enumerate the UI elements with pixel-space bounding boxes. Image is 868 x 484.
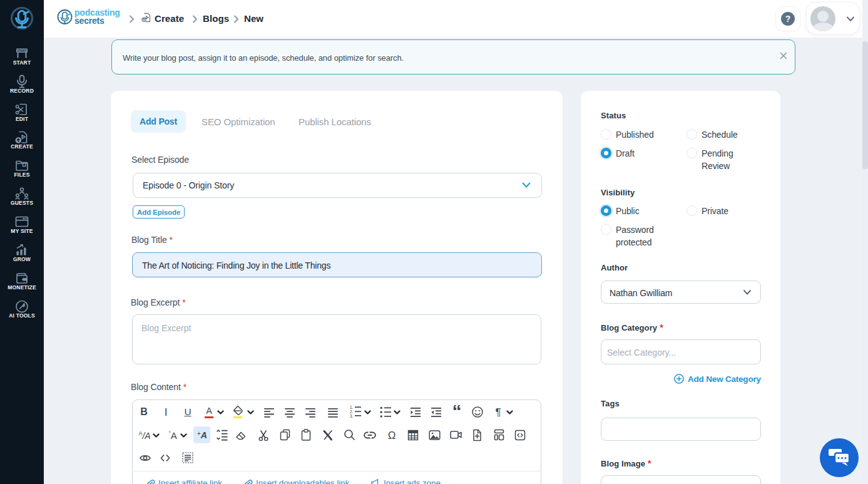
svg-text:1.: 1.: [350, 405, 354, 409]
svg-text:START: START: [18, 49, 27, 53]
svg-text:3.: 3.: [350, 414, 354, 418]
